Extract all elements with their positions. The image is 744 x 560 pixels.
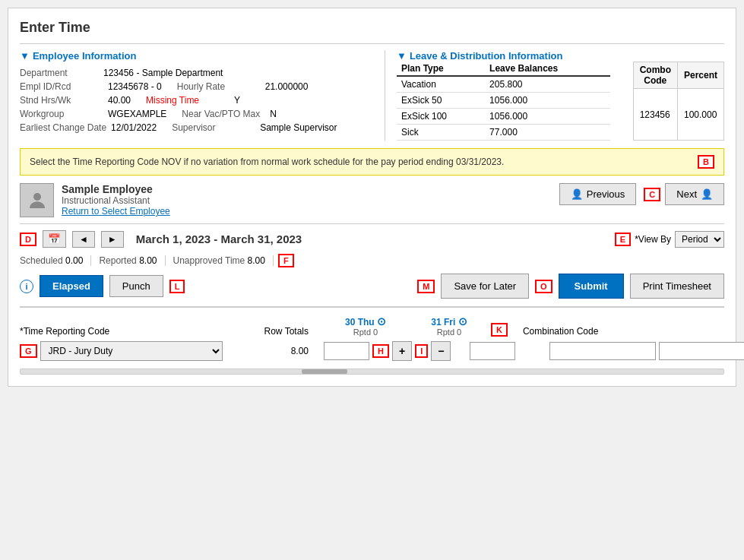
combo-code-input-2[interactable] [659,342,744,360]
save-for-later-button[interactable]: Save for Later [441,274,529,299]
scrollbar-thumb[interactable] [302,369,347,374]
day-31-header: 31 Fri ⊙ Rptd 0 [407,315,491,337]
day-30-rptd: Rptd 0 [353,327,378,337]
plan-type-cell: Vacation [397,76,485,93]
horizontal-scrollbar[interactable] [20,369,724,375]
view-by-section: E *View By Period Week Day [615,231,724,248]
prev-period-button[interactable]: ◄ [72,231,95,248]
day-31-input[interactable] [470,342,515,360]
hourly-rate-value: 21.000000 [265,81,309,92]
view-by-select[interactable]: Period Week Day [675,231,724,248]
person-icon [26,189,49,212]
combo-code-table: Combo Code Percent 123456100.000 [633,62,724,141]
combo-code-header: Combo Code [633,62,677,89]
combo-code-input-1[interactable] [549,342,656,360]
label-B: B [698,155,714,169]
label-K: K [491,323,508,337]
top-sections: ▼ Employee Information Department 123456… [20,50,724,141]
label-E: E [615,233,631,246]
day-30-input[interactable] [324,342,369,360]
day-31-expand-icon[interactable]: ⊙ [458,315,467,327]
row-total-cell: 8.00 [233,346,324,356]
balance-cell: 77.000 [485,125,610,141]
employee-title: Instructional Assistant [62,195,170,206]
main-panel: Enter Time ▼ Employee Information Depart… [8,8,736,387]
day-31-label: 31 Fri ⊙ [431,315,467,327]
day-30-expand-icon[interactable]: ⊙ [377,315,386,327]
workgroup-label: Workgroup [20,109,103,119]
time-grid-row: G JRD - Jury Duty 8.00 H + I − [20,341,724,361]
unapproved-value: 8.00 [248,255,265,266]
plan-type-header: Plan Type [397,62,485,76]
unapproved-stat: Unapproved Time 8.00 [166,255,274,266]
missing-time-label: Missing Time [146,95,230,106]
employee-info-grid: Department 123456 - Sample Department Em… [20,68,377,133]
combo-percent-cell: 100.000 [677,89,723,141]
reported-stat: Reported 8.00 [91,255,165,266]
day-30-label: 30 Thu ⊙ [345,315,386,327]
combo-table-row: 123456100.000 [633,89,723,141]
punch-button[interactable]: Punch [109,275,163,297]
day-31-col-header: 31 Fri ⊙ Rptd 0 [407,315,491,337]
time-grid-header: *Time Reporting Code Row Totals 30 Thu ⊙… [20,315,724,337]
notice-bar: Select the Time Reporting Code NOV if no… [20,148,724,176]
previous-button[interactable]: 👤 Previous [559,183,637,205]
empl-hourly-row: Empl ID/Rcd 12345678 - 0 Hourly Rate 21.… [20,81,377,92]
svg-point-0 [33,193,41,201]
button-row: i Elapsed Punch L M Save for Later O Sub… [20,274,724,299]
info-icon[interactable]: i [20,280,33,293]
stnd-hrs-value: 40.00 [108,95,131,106]
print-timesheet-button[interactable]: Print Timesheet [630,274,724,299]
nav-buttons: 👤 Previous C Next 👤 [559,183,724,205]
trc-select[interactable]: JRD - Jury Duty [40,341,223,361]
leave-table-row: Vacation205.800 [397,76,610,93]
btn-row-right: M Save for Later O Submit Print Timeshee… [417,274,724,299]
elapsed-button[interactable]: Elapsed [40,275,103,297]
stnd-missing-row: Stnd Hrs/Wk 40.00 Missing Time Y [20,95,377,106]
combo-code-header-label: Combination Code [523,326,598,337]
row-total-value: 8.00 [291,346,309,356]
leave-info-header: ▼ Leave & Distribution Information [397,50,724,62]
label-G: G [20,344,37,358]
balance-cell: 205.800 [485,76,610,93]
department-label: Department [20,68,103,78]
earliest-change-label: Earliest Change Date [20,122,106,133]
next-period-button[interactable]: ► [101,231,124,248]
calendar-row: D 📅 ◄ ► March 1, 2023 - March 31, 2023 E… [20,230,724,248]
page-container: Enter Time ▼ Employee Information Depart… [0,0,744,560]
label-H: H [372,344,389,358]
day-31-rptd: Rptd 0 [437,327,461,337]
page-title: Enter Time [20,20,724,36]
person-next-icon: 👤 [701,188,713,200]
day-30-minus-button[interactable]: − [431,341,451,361]
day-30-input-cell: H + I − [324,341,451,361]
near-vac-value: N [270,109,277,119]
trc-header-label: *Time Reporting Code [20,326,109,337]
label-F: F [278,254,294,267]
return-to-select-link[interactable]: Return to Select Employee [62,206,170,217]
leave-table-row: ExSick 1001056.000 [397,109,610,125]
calendar-icon-button[interactable]: 📅 [43,230,66,248]
leave-info-section: ▼ Leave & Distribution Information Plan … [385,50,724,141]
right-arrow-icon: ► [108,234,117,245]
supervisor-value: Sample Supervisor [260,122,337,133]
scheduled-value: 0.00 [65,255,83,266]
notice-text: Select the Time Reporting Code NOV if no… [30,157,504,167]
next-button[interactable]: Next 👤 [665,183,724,205]
arrow-icon: ▼ [20,50,30,62]
scheduled-stat: Scheduled 0.00 [20,255,91,266]
workgroup-value: WGEXAMPLE [108,109,166,119]
earliest-supervisor-row: Earliest Change Date 12/01/2022 Supervis… [20,122,377,133]
plan-type-cell: ExSick 100 [397,109,485,125]
empl-id-value: 12345678 - 0 [108,81,162,92]
leave-table-row: ExSick 501056.000 [397,93,610,109]
combo-input-wrap: 🔍 J [534,342,744,361]
combo-col-header: Combination Code [508,326,724,337]
view-by-label: *View By [635,234,671,245]
plan-type-cell: ExSick 50 [397,93,485,109]
submit-button[interactable]: Submit [559,274,624,299]
employee-name: Sample Employee [62,183,170,195]
workgroup-near-vac-row: Workgroup WGEXAMPLE Near Vac/PTO Max N [20,109,377,119]
stats-row: Scheduled 0.00 Reported 8.00 Unapproved … [20,254,724,267]
day-30-plus-button[interactable]: + [392,341,412,361]
